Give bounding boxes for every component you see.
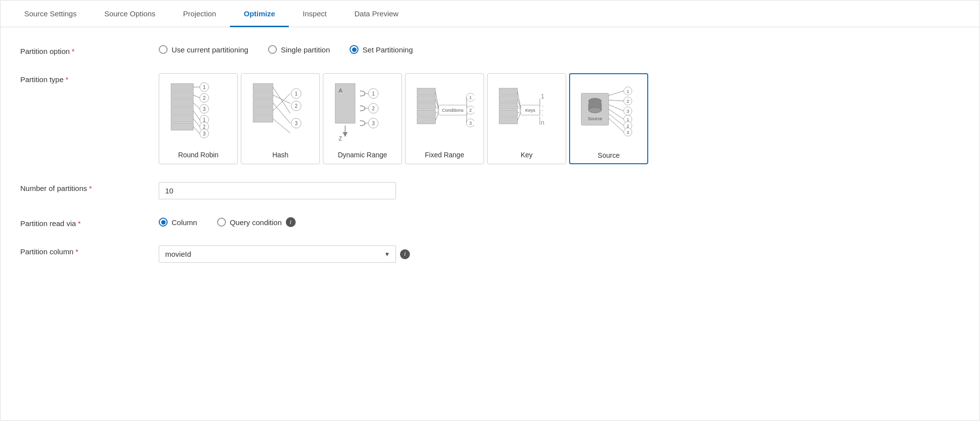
svg-text:1: 1 [203, 85, 206, 90]
svg-text:Keys: Keys [525, 108, 535, 113]
round-robin-svg: 1 2 3 1 2 3 [169, 79, 228, 148]
svg-rect-3 [171, 107, 193, 114]
partition-column-info-icon[interactable]: i [400, 249, 410, 259]
fixed-range-label: Fixed Range [425, 151, 464, 159]
svg-text:3: 3 [295, 121, 298, 126]
tab-optimize[interactable]: Optimize [230, 0, 289, 27]
svg-rect-24 [253, 84, 273, 91]
partition-option-radio-group: Use current partitioning Single partitio… [159, 45, 960, 54]
svg-rect-28 [253, 115, 273, 122]
svg-text:1: 1 [203, 117, 206, 123]
read-via-radio-group: Column Query condition [159, 218, 282, 227]
partition-card-dynamic-range[interactable]: A Z [323, 73, 402, 164]
content-area: Partition option* Use current partitioni… [0, 27, 980, 298]
partition-type-label: Partition type* [20, 73, 159, 84]
svg-rect-4 [171, 115, 193, 122]
svg-text:2: 2 [203, 95, 206, 101]
partition-option-single[interactable]: Single partition [268, 45, 330, 54]
key-diagram: Keys 1 · · · [497, 79, 556, 148]
tab-projection[interactable]: Projection [169, 0, 230, 27]
partition-read-via-options: Column Query condition i [159, 217, 960, 227]
key-svg: Keys 1 · · · [497, 79, 556, 148]
hash-label: Hash [272, 151, 289, 159]
svg-line-119 [609, 118, 624, 132]
partition-card-key[interactable]: Keys 1 · · · [487, 73, 566, 164]
partition-column-select[interactable]: movieId [159, 245, 396, 263]
partition-card-round-robin[interactable]: 1 2 3 1 2 3 [159, 73, 238, 164]
partition-card-source[interactable]: Source 1 2 3 1 2 [569, 73, 648, 164]
svg-text:3: 3 [626, 130, 629, 135]
svg-text:·: · [542, 111, 544, 118]
svg-text:A: A [339, 88, 343, 94]
hash-svg: 1 2 3 [251, 79, 310, 148]
svg-rect-26 [253, 99, 273, 106]
partition-read-via-label: Partition read via* [20, 217, 159, 228]
fixed-range-diagram: Conditions 1 2 [415, 79, 474, 148]
dynamic-range-diagram: A Z [333, 79, 392, 148]
partition-option-set[interactable]: Set Partitioning [350, 45, 413, 54]
svg-text:2: 2 [295, 103, 298, 109]
partition-type-cards: 1 2 3 1 2 3 [159, 73, 960, 164]
svg-point-98 [588, 107, 601, 113]
round-robin-label: Round Robin [178, 151, 219, 159]
num-partitions-input[interactable] [159, 182, 396, 199]
partition-column-select-wrapper: movieId ▼ [159, 245, 396, 263]
radio-use-current[interactable] [159, 45, 168, 54]
partition-card-hash[interactable]: 1 2 3 Hash [241, 73, 320, 164]
tab-inspect[interactable]: Inspect [289, 0, 340, 27]
partition-column-control: movieId ▼ i [159, 245, 960, 263]
source-diagram: Source 1 2 3 1 2 [579, 79, 638, 148]
partition-option-label: Partition option* [20, 45, 159, 55]
svg-text:1: 1 [295, 91, 298, 96]
svg-rect-56 [417, 103, 436, 109]
tab-data-preview[interactable]: Data Preview [341, 0, 412, 27]
read-via-column[interactable]: Column [159, 218, 197, 227]
partition-type-row: Partition type* [20, 73, 960, 164]
svg-line-22 [193, 119, 200, 127]
svg-text:1: 1 [541, 93, 544, 100]
svg-marker-43 [343, 132, 348, 137]
partition-card-fixed-range[interactable]: Conditions 1 2 [405, 73, 484, 164]
svg-rect-0 [171, 84, 193, 91]
key-label: Key [521, 151, 533, 159]
svg-rect-78 [499, 110, 518, 117]
radio-query[interactable] [217, 218, 226, 227]
svg-line-114 [609, 91, 624, 95]
partition-option-row: Partition option* Use current partitioni… [20, 45, 960, 55]
svg-rect-40 [335, 84, 355, 123]
svg-rect-25 [253, 92, 273, 98]
svg-rect-57 [417, 110, 436, 117]
tab-source-options[interactable]: Source Options [90, 0, 169, 27]
svg-text:1: 1 [469, 95, 472, 100]
svg-text:2: 2 [626, 99, 629, 104]
svg-line-117 [609, 109, 624, 119]
svg-text:3: 3 [372, 121, 375, 126]
tab-source-settings[interactable]: Source Settings [10, 0, 90, 27]
partition-type-control: 1 2 3 1 2 3 [159, 73, 960, 164]
svg-text:3: 3 [203, 131, 206, 137]
partition-option-use-current[interactable]: Use current partitioning [159, 45, 248, 54]
partition-option-control: Use current partitioning Single partitio… [159, 45, 960, 54]
svg-line-86 [518, 112, 521, 121]
svg-line-21 [193, 111, 200, 120]
read-via-query[interactable]: Query condition [217, 218, 282, 227]
svg-text:3: 3 [626, 109, 629, 114]
radio-single[interactable] [268, 45, 277, 54]
partition-read-via-control: Column Query condition i [159, 217, 960, 227]
num-partitions-row: Number of partitions* [20, 182, 960, 199]
radio-column[interactable] [159, 218, 168, 227]
partition-column-label: Partition column* [20, 245, 159, 256]
svg-line-33 [273, 119, 290, 133]
read-via-info-icon[interactable]: i [286, 217, 296, 227]
num-partitions-label: Number of partitions* [20, 182, 159, 192]
svg-text:Source: Source [588, 116, 602, 121]
svg-text:3: 3 [469, 121, 472, 126]
svg-line-23 [193, 127, 200, 134]
svg-text:Z: Z [339, 136, 342, 141]
radio-set[interactable] [350, 45, 358, 54]
svg-text:2: 2 [372, 106, 375, 111]
svg-text:n: n [541, 119, 544, 126]
svg-rect-77 [499, 103, 518, 109]
svg-rect-5 [171, 123, 193, 130]
num-partitions-control [159, 182, 960, 199]
